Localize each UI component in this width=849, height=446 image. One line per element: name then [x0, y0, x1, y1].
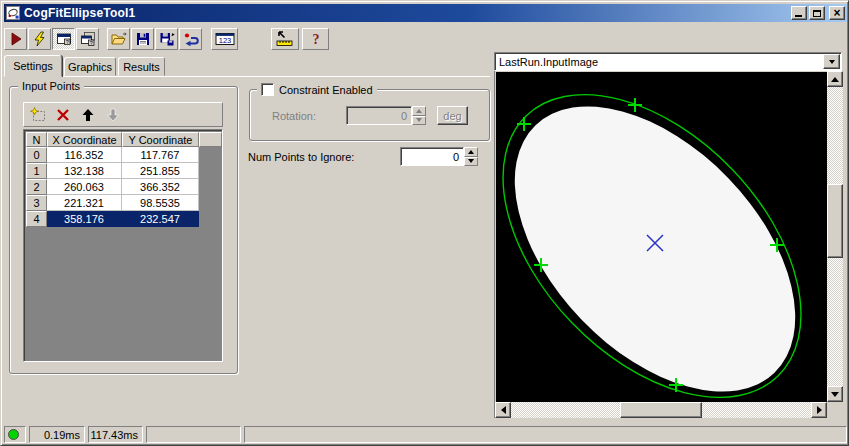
- table-row[interactable]: 0116.352117.767: [26, 147, 222, 163]
- status-time-panel: 0.19ms: [29, 426, 85, 443]
- maximize-button[interactable]: [809, 6, 825, 20]
- move-point-down-button[interactable]: [104, 106, 122, 124]
- vertical-scrollbar[interactable]: [827, 71, 843, 402]
- open-icon: [111, 31, 127, 47]
- scroll-up-button[interactable]: [827, 71, 843, 87]
- move-down-icon: [105, 107, 121, 123]
- image-record-value: LastRun.InputImage: [495, 56, 822, 68]
- float-results-window-button[interactable]: ?: [52, 28, 75, 50]
- electric-run-button[interactable]: [28, 28, 51, 50]
- vertical-scroll-thumb[interactable]: [827, 184, 843, 258]
- rotation-input[interactable]: 0: [346, 106, 412, 125]
- save-as-button[interactable]: [155, 28, 178, 50]
- column-header-n[interactable]: N: [26, 132, 47, 147]
- tab-settings[interactable]: Settings: [4, 55, 62, 77]
- x-coordinate-cell[interactable]: 221.321: [47, 195, 122, 211]
- tab-graphics-label: Graphics: [68, 61, 112, 73]
- num-points-spinner[interactable]: [464, 147, 478, 166]
- num-points-spin-up[interactable]: [464, 147, 478, 157]
- row-header[interactable]: 3: [26, 195, 47, 211]
- run-button[interactable]: [4, 28, 27, 50]
- x-coordinate-cell[interactable]: 132.138: [47, 163, 122, 179]
- chevron-down-icon: [829, 60, 835, 64]
- float-controls-window-button[interactable]: ?: [76, 28, 99, 50]
- horizontal-scroll-thumb[interactable]: [620, 402, 702, 418]
- pointer-ruler-button[interactable]: [271, 28, 299, 50]
- table-row[interactable]: 2260.063366.352: [26, 179, 222, 195]
- input-points-group: Input Points N: [9, 86, 238, 374]
- image-record-selector[interactable]: LastRun.InputImage: [494, 52, 842, 71]
- close-icon: ×: [833, 8, 840, 18]
- cog-fit-ellipse-tool-window: CogFitEllipseTool1 × ? ?: [0, 0, 849, 446]
- save-button[interactable]: [131, 28, 154, 50]
- column-header-y[interactable]: Y Coordinate: [122, 132, 199, 147]
- spin-down-icon: [468, 159, 474, 163]
- scroll-right-button[interactable]: [811, 402, 827, 418]
- rotation-spin-up[interactable]: [412, 106, 426, 116]
- move-point-up-button[interactable]: [79, 106, 97, 124]
- arrow-left-icon: [501, 406, 506, 414]
- numeric-results-button[interactable]: 123: [211, 28, 238, 50]
- rotation-spin-down[interactable]: [412, 116, 426, 126]
- tab-settings-label: Settings: [13, 60, 53, 72]
- input-points-grid[interactable]: N X Coordinate Y Coordinate 0116.352117.…: [23, 129, 223, 362]
- scroll-left-button[interactable]: [495, 402, 511, 418]
- num-points-input[interactable]: 0: [400, 147, 464, 166]
- y-coordinate-cell[interactable]: 251.855: [122, 163, 199, 179]
- deg-button-label: deg: [443, 110, 461, 122]
- arrow-up-icon: [831, 77, 839, 82]
- minimize-button[interactable]: [791, 6, 807, 20]
- row-header[interactable]: 2: [26, 179, 47, 195]
- scrollbar-corner: [827, 402, 843, 418]
- minimize-icon: [795, 15, 802, 17]
- input-point-cross-marker: [517, 117, 531, 131]
- open-button[interactable]: [107, 28, 130, 50]
- scroll-down-button[interactable]: [827, 386, 843, 402]
- ellipse-fit-graphic: [496, 72, 827, 402]
- row-header[interactable]: 4: [26, 211, 47, 227]
- y-coordinate-cell[interactable]: 232.547: [122, 211, 199, 227]
- column-header-x[interactable]: X Coordinate: [47, 132, 122, 147]
- dropdown-button[interactable]: [823, 54, 840, 69]
- x-coordinate-cell[interactable]: 260.063: [47, 179, 122, 195]
- add-point-button[interactable]: [29, 106, 47, 124]
- table-row[interactable]: 1132.138251.855: [26, 163, 222, 179]
- image-display[interactable]: [496, 72, 827, 402]
- delete-point-icon: [55, 107, 71, 123]
- tab-results[interactable]: Results: [118, 57, 165, 76]
- reset-button[interactable]: [179, 28, 202, 50]
- rotation-spinner[interactable]: [412, 106, 426, 125]
- y-coordinate-cell[interactable]: 366.352: [122, 179, 199, 195]
- status-panel-4: [244, 426, 847, 443]
- help-icon: ?: [308, 31, 324, 47]
- table-row[interactable]: 4358.176232.547: [26, 211, 222, 227]
- x-coordinate-cell[interactable]: 116.352: [47, 147, 122, 163]
- row-header[interactable]: 0: [26, 147, 47, 163]
- horizontal-scrollbar[interactable]: [495, 402, 827, 418]
- help-button[interactable]: ?: [302, 28, 329, 50]
- x-coordinate-cell[interactable]: 358.176: [47, 211, 122, 227]
- electric-run-icon: [32, 31, 48, 47]
- deg-button[interactable]: deg: [437, 106, 468, 125]
- titlebar[interactable]: CogFitEllipseTool1 ×: [4, 4, 847, 22]
- input-points-grid-header: N X Coordinate Y Coordinate: [26, 132, 222, 147]
- input-points-toolbar: [23, 102, 223, 127]
- tab-results-label: Results: [123, 61, 160, 73]
- table-row[interactable]: 3221.32198.5535: [26, 195, 222, 211]
- arrow-right-icon: [817, 406, 822, 414]
- spin-up-icon: [416, 109, 422, 113]
- tab-graphics[interactable]: Graphics: [64, 57, 116, 76]
- input-points-grid-rows: 0116.352117.7671132.138251.8552260.06336…: [26, 147, 222, 227]
- row-filler: [199, 147, 222, 163]
- spin-up-icon: [468, 150, 474, 154]
- constraint-enabled-checkbox[interactable]: [261, 83, 274, 96]
- input-point-cross-marker: [628, 98, 642, 112]
- save-icon: [135, 31, 151, 47]
- y-coordinate-cell[interactable]: 117.767: [122, 147, 199, 163]
- num-points-spin-down[interactable]: [464, 157, 478, 167]
- pointer-ruler-icon: [275, 31, 295, 47]
- y-coordinate-cell[interactable]: 98.5535: [122, 195, 199, 211]
- row-header[interactable]: 1: [26, 163, 47, 179]
- close-button[interactable]: ×: [829, 6, 845, 20]
- delete-point-button[interactable]: [54, 106, 72, 124]
